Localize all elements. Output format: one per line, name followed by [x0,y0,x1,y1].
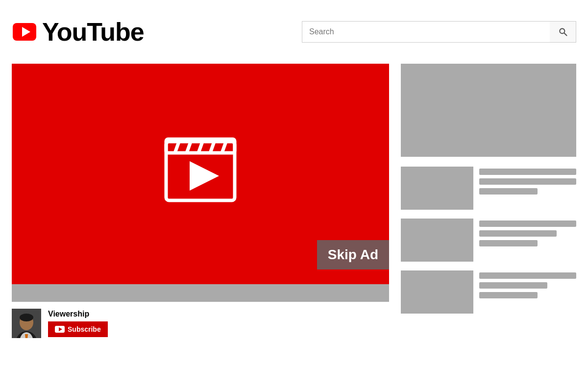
video-clapperboard-icon [161,127,240,205]
related-thumbnail [401,219,473,262]
video-progress-bar[interactable] [12,284,389,302]
subscribe-button[interactable]: Subscribe [48,321,108,337]
video-column: Skip Ad [12,64,389,391]
search-area [302,21,576,43]
related-thumbnail [401,270,473,314]
related-title-line3 [479,188,538,195]
svg-point-17 [20,314,33,321]
youtube-logo-icon [12,19,37,45]
related-text [479,167,576,195]
subscribe-label: Subscribe [68,325,101,333]
channel-name: Viewership [48,310,108,318]
related-title-line2 [479,230,557,237]
related-title-line3 [479,240,538,246]
main-content: Skip Ad [0,64,588,391]
channel-row: Viewership Subscribe [12,302,389,338]
svg-marker-11 [190,161,219,191]
channel-avatar [12,309,41,338]
skip-ad-button[interactable]: Skip Ad [317,240,389,269]
related-text [479,270,576,298]
avatar-image [12,309,41,338]
svg-line-3 [564,33,566,36]
related-title-line3 [479,292,538,298]
site-header: YouTube [0,0,588,64]
search-button[interactable] [550,21,576,43]
related-title-line2 [479,282,547,289]
svg-marker-15 [25,334,28,338]
related-title-line2 [479,178,576,185]
related-title-line1 [479,169,576,175]
related-videos-list [401,167,576,314]
related-text [479,219,576,246]
sidebar [401,64,576,391]
related-item[interactable] [401,219,576,262]
logo-area: YouTube [12,17,144,47]
search-icon [558,27,568,37]
search-input[interactable] [302,21,550,43]
related-item[interactable] [401,270,576,314]
site-title: YouTube [42,17,144,47]
related-title-line1 [479,220,576,227]
video-player[interactable]: Skip Ad [12,64,389,284]
channel-info: Viewership Subscribe [48,310,108,337]
subscribe-youtube-icon [55,326,65,333]
related-title-line1 [479,272,576,279]
sidebar-banner-ad [401,64,576,157]
related-item[interactable] [401,167,576,210]
related-thumbnail [401,167,473,210]
